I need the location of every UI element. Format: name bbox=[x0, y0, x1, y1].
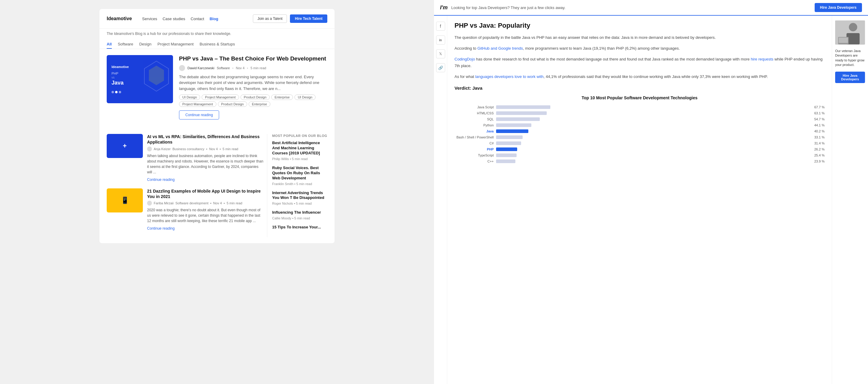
chart-pct-6: 31.4 % bbox=[814, 141, 825, 145]
verdict: Verdict: Java bbox=[455, 85, 825, 91]
continue-reading-button[interactable]: Continue reading bbox=[179, 110, 219, 119]
chart-pct-8: 25.4 % bbox=[814, 153, 825, 157]
chart-label-7: PHP bbox=[455, 147, 494, 151]
tab-project-management[interactable]: Project Management bbox=[157, 40, 193, 49]
chart-row-7: PHP26.2 % bbox=[455, 147, 825, 151]
main-nav: Ideamotive Services Case studies Contact… bbox=[99, 9, 335, 29]
chart-bar-6 bbox=[496, 141, 521, 145]
article-0: + AI vs ML vs RPA: Similarities, Differe… bbox=[107, 134, 264, 181]
popular-3-meta: Callie Moody • 5 min read bbox=[272, 216, 327, 220]
tag-0: UI Design bbox=[179, 95, 200, 100]
nav-buttons: Join as a Talent Hire Tech Talent bbox=[253, 14, 327, 23]
github-trends-link[interactable]: GitHub and Google trends bbox=[477, 46, 523, 50]
article-0-meta: Anja Keizer Business consultancy • Nov 4… bbox=[147, 146, 264, 151]
featured-tags: UI Design Project Management Product Des… bbox=[179, 95, 327, 107]
hire-java-sidebar-button[interactable]: Hire Java Developers bbox=[835, 72, 865, 83]
featured-article: Ideamotive PHP vs Java bbox=[107, 55, 327, 119]
article-1-content: 21 Dazzling Examples of Mobile App UI De… bbox=[147, 188, 264, 231]
nav-services[interactable]: Services bbox=[142, 16, 157, 21]
codingdojo-link[interactable]: CodingDojo bbox=[455, 57, 475, 61]
featured-excerpt: The debate about the best programming la… bbox=[179, 74, 327, 92]
chart-row-1: HTML/CSS63.1 % bbox=[455, 111, 825, 115]
article-0-thumb-inner: + bbox=[107, 134, 143, 158]
nav-blog[interactable]: Blog bbox=[210, 16, 218, 21]
ai-icon: + bbox=[123, 142, 127, 150]
featured-read: 5 min read bbox=[250, 66, 266, 70]
chart-bar-1 bbox=[496, 111, 547, 115]
sidebar-ad-image bbox=[835, 21, 865, 44]
tag-4: UI Design bbox=[294, 95, 315, 100]
chart-row-4: Java40.2 % bbox=[455, 129, 825, 133]
chart-row-8: TypeScript25.4 % bbox=[455, 153, 825, 158]
chart-bar-3 bbox=[496, 124, 531, 127]
chart-bar-4 bbox=[496, 130, 528, 133]
chart-bar-wrap-6 bbox=[496, 141, 810, 145]
nav-contact[interactable]: Contact bbox=[191, 16, 204, 21]
chart-pct-1: 63.1 % bbox=[814, 111, 825, 115]
logo: Ideamotive bbox=[107, 16, 132, 21]
chart-pct-2: 54.7 % bbox=[814, 117, 825, 121]
popular-item-3: Influencing The Influencer Callie Moody … bbox=[272, 210, 327, 220]
category-tabs: All Software Design Project Management B… bbox=[99, 38, 335, 49]
tab-business[interactable]: Business & Startups bbox=[199, 40, 235, 49]
article-1-continue[interactable]: Continue reading bbox=[147, 226, 175, 231]
hire-tech-button[interactable]: Hire Tech Talent bbox=[290, 14, 327, 23]
popular-4-title[interactable]: 15 Tips To Increase Your... bbox=[272, 225, 327, 230]
nav-case-studies[interactable]: Case studies bbox=[162, 16, 185, 21]
article-1-avatar bbox=[147, 201, 152, 206]
chart-label-2: SQL bbox=[455, 117, 494, 121]
chart-title: Top 10 Most Popular Software Development… bbox=[455, 95, 825, 100]
hire-requests-link[interactable]: hire requests bbox=[751, 57, 773, 61]
chart-pct-4: 40.2 % bbox=[814, 130, 825, 133]
tag-6: Product Design bbox=[218, 101, 247, 107]
facebook-icon[interactable]: f bbox=[436, 22, 445, 31]
popular-0-title[interactable]: Best Artificial Intelligence And Machine… bbox=[272, 141, 327, 156]
popular-2-title[interactable]: Internet Advertising Trends You Won T Be… bbox=[272, 190, 327, 201]
article-0-continue[interactable]: Continue reading bbox=[147, 178, 175, 182]
tag-1: Project Management bbox=[202, 95, 239, 100]
article-0-title: AI vs ML vs RPA: Similarities, Differenc… bbox=[147, 134, 264, 145]
chart-label-4: Java bbox=[455, 130, 494, 133]
article-0-read: 5 min read bbox=[223, 147, 239, 151]
popular-2-author: Roger Nichols bbox=[272, 202, 293, 205]
link-icon[interactable]: 🔗 bbox=[436, 63, 445, 72]
article-1-thumb: 📱 bbox=[107, 188, 143, 212]
join-talent-button[interactable]: Join as a Talent bbox=[253, 14, 287, 23]
featured-date: Nov 4 bbox=[236, 66, 245, 70]
chart-label-6: C# bbox=[455, 141, 494, 145]
svg-point-3 bbox=[849, 23, 858, 31]
chart-row-0: Java Script67.7 % bbox=[455, 105, 825, 109]
chart-bar-wrap-4 bbox=[496, 129, 810, 133]
popular-0-meta: Philip Willis • 5 min read bbox=[272, 157, 327, 161]
tag-5: Project Management bbox=[179, 101, 216, 107]
languages-love-link[interactable]: languages developers love to work with bbox=[475, 74, 544, 79]
article-1-thumb-inner: 📱 bbox=[107, 188, 143, 212]
article-0-author: Anja Keizer bbox=[154, 147, 170, 151]
popular-1-title[interactable]: Ruby Social Voices. Best Quotes On Ruby … bbox=[272, 166, 327, 181]
chart-row-3: Python44.1 % bbox=[455, 123, 825, 127]
popular-section-title: Most popular on our blog bbox=[272, 134, 327, 138]
popular-item-2: Internet Advertising Trends You Won T Be… bbox=[272, 190, 327, 206]
chart-bar-wrap-3 bbox=[496, 123, 810, 127]
chart-bar-wrap-7 bbox=[496, 147, 810, 151]
thumb-vs-label: vs bbox=[112, 76, 124, 79]
chart-pct-3: 44.1 % bbox=[814, 124, 825, 127]
popular-item-0: Best Artificial Intelligence And Machine… bbox=[272, 141, 327, 161]
chart-label-1: HTML/CSS bbox=[455, 111, 494, 115]
tab-all[interactable]: All bbox=[107, 40, 112, 49]
thumb-logo: Ideamotive bbox=[112, 65, 129, 69]
chart-bar-2 bbox=[496, 117, 540, 121]
tab-software[interactable]: Software bbox=[118, 40, 133, 49]
linkedin-icon[interactable]: in bbox=[436, 36, 445, 44]
article-1-author: Fariba Mirzaii bbox=[154, 201, 174, 205]
popular-3-title[interactable]: Influencing The Influencer bbox=[272, 210, 327, 215]
tab-design[interactable]: Design bbox=[139, 40, 151, 49]
nav-links: Services Case studies Contact Blog bbox=[142, 16, 246, 21]
article-1: 📱 21 Dazzling Examples of Mobile App UI … bbox=[107, 188, 264, 231]
hire-java-topbar-button[interactable]: Hire Java Developers bbox=[815, 3, 862, 12]
chart-bar-7 bbox=[496, 147, 517, 151]
popular-1-author: Franklin Smith bbox=[272, 182, 293, 186]
sidebar-ad-text: Our veteran Java Developers are ready to… bbox=[835, 49, 865, 67]
article-content: PHP vs Java: Popularity The question of … bbox=[447, 15, 832, 384]
twitter-icon[interactable]: 𝕏 bbox=[436, 49, 445, 58]
